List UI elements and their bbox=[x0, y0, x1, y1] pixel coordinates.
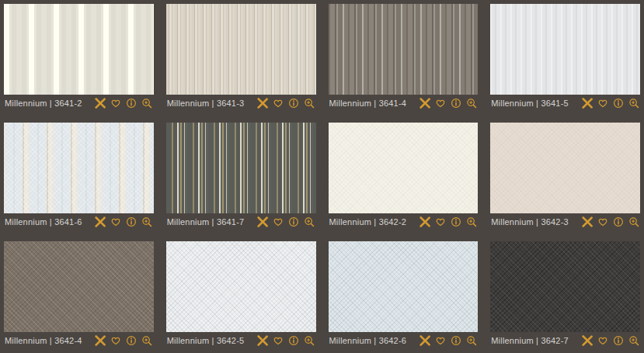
order-sample-button[interactable] bbox=[581, 216, 593, 228]
swatch-actions bbox=[95, 335, 153, 347]
order-sample-button[interactable] bbox=[419, 335, 430, 347]
zoom-button[interactable] bbox=[304, 216, 315, 228]
zoom-button[interactable] bbox=[141, 98, 153, 109]
zoom-button[interactable] bbox=[304, 98, 315, 109]
zoom-icon bbox=[466, 216, 477, 227]
heart-icon bbox=[435, 98, 446, 109]
zoom-icon bbox=[466, 335, 477, 346]
scissors-icon bbox=[95, 216, 106, 227]
info-button[interactable] bbox=[450, 335, 461, 347]
info-button[interactable] bbox=[126, 335, 138, 347]
info-icon bbox=[451, 98, 461, 109]
zoom-button[interactable] bbox=[141, 216, 153, 228]
favorite-button[interactable] bbox=[110, 335, 122, 347]
zoom-icon bbox=[628, 98, 639, 109]
zoom-button[interactable] bbox=[628, 98, 639, 109]
favorite-button[interactable] bbox=[597, 98, 608, 109]
swatch-tile: Millennium | 3641-5 bbox=[490, 4, 640, 112]
favorite-button[interactable] bbox=[597, 335, 608, 347]
wallpaper-swatch[interactable] bbox=[329, 123, 479, 213]
order-sample-button[interactable] bbox=[95, 98, 106, 109]
favorite-button[interactable] bbox=[110, 216, 122, 228]
zoom-icon bbox=[304, 98, 315, 109]
favorite-button[interactable] bbox=[273, 335, 284, 347]
swatch-actions bbox=[581, 216, 639, 228]
wallpaper-swatch[interactable] bbox=[166, 4, 316, 95]
scissors-icon bbox=[257, 98, 268, 109]
swatch-actions bbox=[257, 335, 315, 347]
wallpaper-swatch[interactable] bbox=[490, 241, 640, 332]
info-button[interactable] bbox=[612, 216, 624, 228]
order-sample-button[interactable] bbox=[419, 98, 430, 109]
info-button[interactable] bbox=[126, 98, 138, 109]
swatch-tile: Millennium | 3642-3 bbox=[490, 123, 640, 230]
zoom-button[interactable] bbox=[141, 335, 153, 347]
swatch-caption: Millennium | 3641-4 bbox=[329, 95, 479, 112]
favorite-button[interactable] bbox=[273, 216, 284, 228]
scissors-icon bbox=[257, 216, 268, 227]
info-button[interactable] bbox=[450, 216, 461, 228]
info-button[interactable] bbox=[612, 335, 624, 347]
swatch-caption: Millennium | 3642-2 bbox=[329, 213, 479, 230]
wallpaper-swatch[interactable] bbox=[4, 123, 154, 213]
wallpaper-swatch[interactable] bbox=[329, 241, 479, 332]
zoom-icon bbox=[628, 335, 639, 346]
order-sample-button[interactable] bbox=[257, 335, 269, 347]
info-icon bbox=[451, 216, 461, 227]
swatch-actions bbox=[95, 216, 153, 228]
favorite-button[interactable] bbox=[434, 98, 446, 109]
swatch-label: Millennium | 3642-4 bbox=[5, 336, 82, 345]
info-button[interactable] bbox=[288, 216, 300, 228]
wallpaper-swatch[interactable] bbox=[166, 123, 316, 213]
heart-icon bbox=[273, 98, 284, 109]
heart-icon bbox=[110, 98, 121, 109]
swatch-caption: Millennium | 3642-3 bbox=[490, 213, 640, 230]
wallpaper-swatch[interactable] bbox=[490, 123, 640, 213]
info-button[interactable] bbox=[612, 98, 624, 109]
order-sample-button[interactable] bbox=[95, 335, 106, 347]
wallpaper-swatch[interactable] bbox=[490, 4, 640, 95]
favorite-button[interactable] bbox=[434, 216, 446, 228]
info-icon bbox=[126, 216, 137, 227]
order-sample-button[interactable] bbox=[419, 216, 430, 228]
zoom-icon bbox=[304, 216, 315, 227]
scissors-icon bbox=[582, 335, 593, 346]
swatch-label: Millennium | 3641-4 bbox=[329, 99, 407, 108]
info-button[interactable] bbox=[126, 216, 138, 228]
info-button[interactable] bbox=[450, 98, 461, 109]
favorite-button[interactable] bbox=[110, 98, 122, 109]
wallpaper-swatch[interactable] bbox=[4, 241, 154, 332]
info-icon bbox=[613, 98, 624, 109]
favorite-button[interactable] bbox=[434, 335, 446, 347]
info-icon bbox=[288, 216, 299, 227]
swatch-label: Millennium | 3641-7 bbox=[167, 217, 245, 227]
swatch-label: Millennium | 3642-5 bbox=[167, 336, 245, 345]
zoom-icon bbox=[304, 335, 315, 346]
zoom-button[interactable] bbox=[465, 335, 477, 347]
order-sample-button[interactable] bbox=[581, 98, 593, 109]
info-button[interactable] bbox=[288, 335, 300, 347]
scissors-icon bbox=[582, 216, 593, 227]
zoom-button[interactable] bbox=[628, 216, 639, 228]
heart-icon bbox=[110, 335, 121, 346]
favorite-button[interactable] bbox=[597, 216, 608, 228]
wallpaper-swatch[interactable] bbox=[4, 4, 154, 95]
info-button[interactable] bbox=[288, 98, 300, 109]
swatch-label: Millennium | 3641-2 bbox=[5, 99, 82, 108]
order-sample-button[interactable] bbox=[257, 98, 269, 109]
zoom-button[interactable] bbox=[628, 335, 639, 347]
order-sample-button[interactable] bbox=[257, 216, 269, 228]
zoom-button[interactable] bbox=[465, 98, 477, 109]
favorite-button[interactable] bbox=[273, 98, 284, 109]
scissors-icon bbox=[95, 98, 106, 109]
wallpaper-swatch[interactable] bbox=[166, 241, 316, 332]
order-sample-button[interactable] bbox=[581, 335, 593, 347]
zoom-button[interactable] bbox=[465, 216, 477, 228]
zoom-button[interactable] bbox=[304, 335, 315, 347]
info-icon bbox=[288, 98, 299, 109]
wallpaper-swatch[interactable] bbox=[329, 4, 479, 95]
zoom-icon bbox=[628, 216, 639, 227]
heart-icon bbox=[435, 216, 446, 227]
order-sample-button[interactable] bbox=[95, 216, 106, 228]
swatch-actions bbox=[257, 98, 315, 109]
